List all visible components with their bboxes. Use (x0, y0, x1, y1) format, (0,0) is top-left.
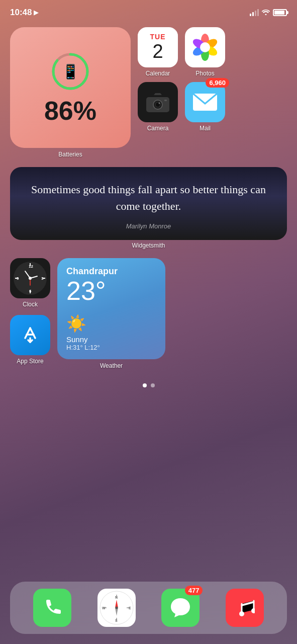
appstore-icon[interactable] (10, 315, 50, 355)
appstore-label: App Store (17, 358, 43, 365)
batteries-widget[interactable]: 📱 86% (10, 27, 131, 148)
batteries-label: Batteries (58, 151, 82, 158)
messages-svg (169, 596, 192, 619)
clock-app-wrapper: 12 3 6 9 Clock (10, 258, 50, 308)
mail-label: Mail (200, 125, 211, 132)
weather-temp: 23° (66, 278, 156, 304)
svg-point-8 (200, 42, 210, 52)
dock: N S E W 477 (10, 582, 287, 634)
clock-label: Clock (23, 301, 38, 308)
svg-point-42 (115, 607, 118, 609)
right-app-grid: TUE 2 Calendar (138, 27, 225, 132)
svg-point-13 (159, 103, 160, 104)
battery-percent: 86% (44, 98, 96, 124)
small-apps-column: 12 3 6 9 Clock (10, 258, 50, 365)
mail-badge: 6,960 (206, 78, 229, 88)
svg-point-46 (239, 611, 244, 616)
time-display: 10:48 (10, 8, 32, 18)
svg-text:6: 6 (29, 289, 32, 293)
right-row-2: Camera 6,960 Mail (138, 82, 225, 132)
svg-rect-14 (164, 100, 167, 101)
clock-icon[interactable]: 12 3 6 9 (10, 258, 50, 298)
mail-icon[interactable]: 6,960 (185, 82, 225, 122)
messages-dock-icon[interactable]: 477 (161, 589, 200, 627)
phone-svg (41, 597, 63, 619)
weather-low: L:12° (84, 344, 100, 351)
weather-city: Chandrapur (66, 266, 156, 277)
svg-text:3: 3 (41, 276, 44, 281)
svg-text:9: 9 (17, 276, 19, 281)
quote-widget[interactable]: Sometimes good things fall apart so bett… (10, 167, 287, 240)
safari-dock-icon[interactable]: N S E W (97, 589, 136, 627)
calendar-date: 2 (152, 42, 163, 64)
safari-svg: N S E W (100, 591, 134, 625)
battery-icon (273, 9, 287, 16)
mail-app-wrapper: 6,960 Mail (185, 82, 225, 132)
status-bar: 10:48 ▶ (0, 0, 297, 22)
weather-high: H:31° (66, 344, 83, 351)
widgetsmith-label: Widgetsmith (10, 242, 287, 249)
battery-fill (274, 11, 284, 15)
phone-battery-icon: 📱 (62, 63, 79, 80)
weather-condition: Sunny (66, 335, 156, 344)
svg-text:E: E (129, 606, 131, 610)
calendar-label: Calendar (146, 70, 170, 77)
photos-label: Photos (195, 70, 214, 77)
weather-widget-wrapper: Chandrapur 23° ☀️ Sunny H:31° L:12° Weat… (57, 258, 165, 369)
camera-icon[interactable] (138, 82, 178, 122)
music-svg (235, 597, 255, 619)
photos-icon[interactable] (185, 27, 225, 67)
weather-sun-icon: ☀️ (66, 314, 156, 333)
batteries-widget-wrapper: 📱 86% Batteries (10, 27, 131, 158)
camera-label: Camera (147, 125, 169, 132)
calendar-icon[interactable]: TUE 2 (138, 27, 178, 67)
phone-dock-icon[interactable] (33, 589, 71, 627)
messages-badge: 477 (185, 586, 203, 595)
signal-bar-1 (250, 14, 251, 16)
svg-text:S: S (115, 619, 118, 622)
page-dots (10, 383, 287, 387)
signal-bar-2 (252, 12, 254, 16)
battery-circle: 📱 (50, 51, 90, 92)
row-1: 📱 86% Batteries TUE 2 Calendar (10, 27, 287, 158)
home-screen: 📱 86% Batteries TUE 2 Calendar (0, 22, 297, 392)
location-icon: ▶ (34, 9, 38, 16)
music-dock-icon[interactable] (226, 589, 264, 627)
wifi-icon (262, 9, 270, 17)
row-3: 12 3 6 9 Clock (10, 258, 287, 369)
status-time: 10:48 ▶ (10, 8, 38, 18)
weather-widget[interactable]: Chandrapur 23° ☀️ Sunny H:31° L:12° (57, 258, 165, 359)
svg-point-29 (29, 277, 32, 280)
signal-bar-3 (255, 11, 256, 16)
status-icons (250, 9, 287, 17)
signal-bar-4 (257, 9, 259, 16)
signal-bars (250, 9, 259, 16)
weather-hl: H:31° L:12° (66, 344, 156, 351)
page-dot-2 (151, 383, 155, 387)
photos-app-wrapper: Photos (185, 27, 225, 77)
photos-flower-svg (191, 33, 219, 61)
svg-text:12: 12 (29, 264, 33, 269)
svg-text:W: W (102, 606, 106, 610)
right-row-1: TUE 2 Calendar (138, 27, 225, 77)
camera-app-wrapper: Camera (138, 82, 178, 132)
quote-widget-wrapper: Sometimes good things fall apart so bett… (10, 167, 287, 249)
clock-face-svg: 12 3 6 9 (12, 260, 48, 296)
weather-label: Weather (100, 362, 123, 369)
quote-text: Sometimes good things fall apart so bett… (23, 181, 274, 214)
calendar-app-wrapper: TUE 2 Calendar (138, 27, 178, 77)
quote-author: Marilyn Monroe (23, 222, 274, 230)
page-dot-1 (143, 383, 147, 387)
calendar-header: TUE (138, 31, 178, 42)
appstore-svg (18, 323, 42, 347)
appstore-app-wrapper: App Store (10, 315, 50, 365)
svg-text:N: N (115, 596, 118, 599)
mail-svg (192, 93, 218, 112)
camera-svg (145, 91, 170, 113)
